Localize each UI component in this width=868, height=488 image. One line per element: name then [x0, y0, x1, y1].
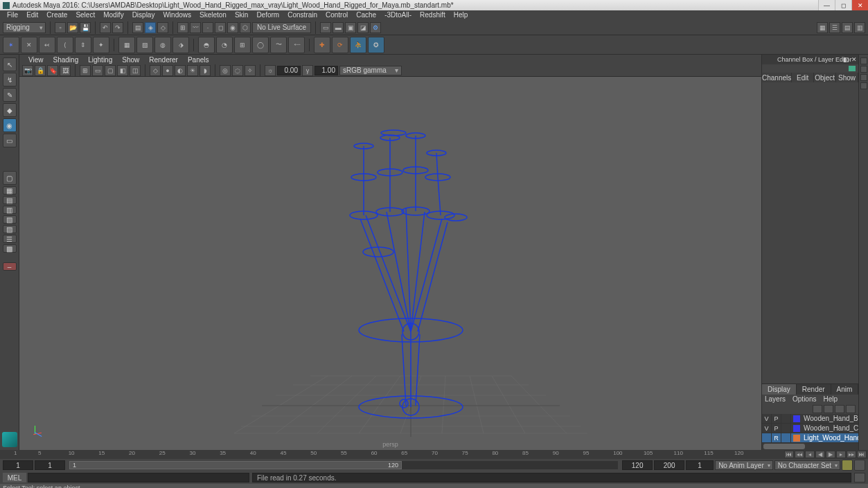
shelf-point-constraint-icon[interactable]: ✚ [314, 37, 330, 53]
save-scene-icon[interactable]: 💾 [80, 22, 91, 33]
lasso-tool-icon[interactable]: ↯ [3, 73, 17, 87]
layer-reference-toggle[interactable] [781, 414, 791, 423]
layer-visibility-toggle[interactable]: V [762, 424, 772, 433]
xray-joints-icon[interactable]: ✧ [245, 65, 256, 76]
panel-menu-renderer[interactable]: Renderer [144, 56, 183, 64]
layer-row[interactable]: V P Wooden_Hand_Contrl [762, 424, 858, 433]
menu-create[interactable]: Create [42, 10, 71, 20]
panel-layout-2-icon[interactable]: ☰ [829, 22, 840, 33]
image-plane-icon[interactable]: 🖼 [60, 65, 71, 76]
paint-select-tool-icon[interactable]: ✎ [3, 88, 17, 102]
channels-show-tab[interactable]: Show [836, 73, 858, 82]
gamma-icon[interactable]: γ [302, 65, 313, 76]
menu-control[interactable]: Control [321, 10, 352, 20]
range-slider[interactable]: 1 120 [69, 461, 618, 469]
bookmark-icon[interactable]: 🔖 [47, 65, 58, 76]
shelf-ik-handle-icon[interactable]: ✕ [21, 37, 37, 53]
layout-single-icon[interactable]: ▢ [3, 171, 17, 185]
layer-name[interactable]: Light_Wood_Hand_Ri [802, 434, 858, 442]
history-toggle-icon[interactable]: ▭ [320, 22, 331, 33]
textured-icon[interactable]: ◐ [175, 65, 186, 76]
menu-edit[interactable]: Edit [22, 10, 42, 20]
layer-tab-render[interactable]: Render [797, 384, 831, 395]
layer-name[interactable]: Wooden_Hand_Bones [802, 415, 858, 422]
panel-menu-lighting[interactable]: Lighting [83, 56, 117, 64]
shelf-orient-constraint-icon[interactable]: ⟳ [332, 37, 348, 53]
command-input[interactable] [28, 473, 249, 482]
menu-skin[interactable]: Skin [231, 10, 252, 20]
layout-script-icon[interactable]: ☰ [3, 235, 17, 243]
shelf-wrap-icon[interactable]: ◯ [252, 37, 269, 53]
grid-toggle-icon[interactable]: ⊞ [80, 65, 91, 76]
play-backward-icon[interactable]: ◀ [815, 451, 825, 458]
snap-plane-icon[interactable]: ◻ [215, 22, 226, 33]
exposure-icon[interactable]: ☼ [265, 65, 276, 76]
lock-camera-icon[interactable]: 🔒 [35, 65, 46, 76]
step-forward-key-icon[interactable]: ▸▸ [847, 451, 856, 458]
layer-row[interactable]: V P Wooden_Hand_Bones [762, 414, 858, 424]
layout-custom-icon[interactable]: ▩ [3, 244, 17, 253]
construction-history-icon[interactable]: ▬ [333, 22, 344, 33]
resolution-gate-icon[interactable]: ▢ [105, 65, 116, 76]
layer-playback-toggle[interactable]: P [772, 414, 781, 423]
layer-tab-anim[interactable]: Anim [831, 384, 859, 395]
attribute-editor-toggle-icon[interactable] [860, 57, 867, 64]
play-forward-icon[interactable]: ▶ [826, 451, 835, 458]
shelf-nonlinear-icon[interactable]: ⬳ [288, 37, 305, 53]
shadows-icon[interactable]: ◗ [200, 65, 211, 76]
channels-tab[interactable]: Channels [762, 73, 792, 82]
playback-start-field[interactable]: 1 [35, 460, 65, 470]
menu-redshift[interactable]: Redshift [416, 10, 450, 20]
channel-box-icon[interactable] [849, 66, 856, 71]
layout-two-side-icon[interactable]: ▥ [3, 206, 17, 214]
tool-settings-toggle-icon[interactable] [860, 66, 867, 73]
layout-hypershade-icon[interactable]: ▨ [3, 225, 17, 233]
make-live-icon[interactable]: ⬡ [240, 22, 251, 33]
snap-grid-icon[interactable]: ⊞ [177, 22, 188, 33]
gate-mask-icon[interactable]: ◧ [117, 65, 128, 76]
layer-playback-toggle[interactable]: R [772, 433, 781, 442]
menu-display[interactable]: Display [128, 10, 159, 20]
layer-name[interactable]: Wooden_Hand_Contrl [802, 424, 858, 432]
select-tool-icon[interactable]: ↖ [3, 57, 17, 71]
menu-modify[interactable]: Modify [99, 10, 127, 20]
shelf-mirror-weights-icon[interactable]: ⬗ [172, 37, 189, 53]
safe-action-icon[interactable]: ◫ [130, 65, 141, 76]
workspace-mode-dropdown[interactable]: Rigging [3, 22, 46, 33]
ipr-render-icon[interactable]: ◪ [357, 22, 369, 33]
layer-scrollbar[interactable] [762, 443, 858, 450]
channel-box-toggle-icon[interactable] [860, 74, 867, 81]
panel-layout-3-icon[interactable]: ▤ [842, 22, 853, 33]
shelf-cluster-icon[interactable]: ◔ [216, 37, 233, 53]
menu-select[interactable]: Select [71, 10, 99, 20]
shelf-quickrig-icon[interactable]: ✪ [368, 37, 384, 53]
playback-end-field[interactable]: 120 [622, 460, 653, 470]
step-back-key-icon[interactable]: ◂◂ [795, 451, 804, 458]
isolate-select-icon[interactable]: ◎ [220, 65, 231, 76]
channels-edit-tab[interactable]: Edit [792, 73, 814, 82]
layer-visibility-toggle[interactable] [762, 433, 772, 442]
menu-file[interactable]: File [3, 10, 22, 20]
animation-start-field[interactable]: 1 [3, 460, 33, 470]
autokey-toggle-icon[interactable] [842, 460, 853, 471]
render-settings-icon[interactable]: ⚙ [370, 22, 381, 33]
script-editor-icon[interactable] [854, 473, 865, 482]
exposure-field[interactable]: 0.00 [277, 66, 301, 75]
layer-move-up-icon[interactable] [813, 405, 822, 413]
layer-color-swatch[interactable] [793, 415, 800, 422]
shelf-insert-joint-icon[interactable]: ⟨ [57, 37, 73, 53]
menu-constrain[interactable]: Constrain [283, 10, 321, 20]
move-tool-icon[interactable]: ◆ [3, 103, 17, 117]
gamma-field[interactable]: 1.00 [315, 66, 338, 75]
menu-cache[interactable]: Cache [352, 10, 380, 20]
select-by-hierarchy-icon[interactable]: ▤ [132, 22, 143, 33]
step-back-frame-icon[interactable]: ◂ [805, 451, 815, 458]
layer-new-selected-icon[interactable] [846, 405, 856, 413]
shelf-joint-tool-icon[interactable]: ✶ [3, 37, 19, 53]
panel-menu-view[interactable]: View [24, 56, 48, 64]
shelf-wire-icon[interactable]: 〜 [270, 37, 287, 53]
redo-icon[interactable]: ↷ [112, 22, 123, 33]
shelf-bind-skin-icon[interactable]: ▦ [118, 37, 135, 53]
layer-move-down-icon[interactable] [824, 405, 833, 413]
panel-menu-shading[interactable]: Shading [48, 56, 84, 64]
